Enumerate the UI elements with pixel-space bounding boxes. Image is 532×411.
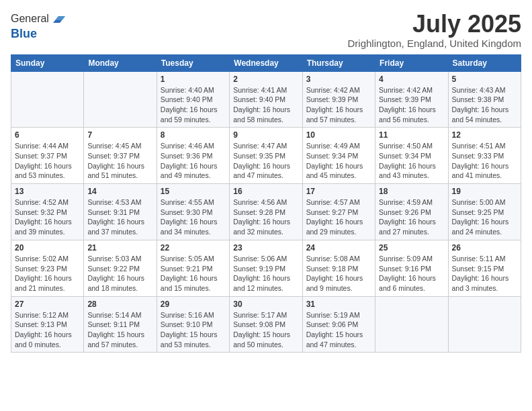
calendar-cell: 10Sunrise: 4:49 AM Sunset: 9:34 PM Dayli… [302, 128, 375, 184]
day-info: Sunrise: 4:42 AM Sunset: 9:39 PM Dayligh… [306, 85, 371, 125]
day-number: 1 [161, 75, 226, 84]
header: General Blue July 2025 Drighlington, Eng… [11, 11, 521, 49]
calendar-cell: 27Sunrise: 5:12 AM Sunset: 9:13 PM Dayli… [11, 296, 84, 353]
day-info: Sunrise: 5:00 AM Sunset: 9:25 PM Dayligh… [452, 197, 517, 237]
day-info: Sunrise: 4:49 AM Sunset: 9:34 PM Dayligh… [306, 141, 371, 181]
day-number: 21 [87, 243, 152, 253]
day-info: Sunrise: 4:55 AM Sunset: 9:30 PM Dayligh… [161, 197, 226, 237]
day-info: Sunrise: 4:42 AM Sunset: 9:39 PM Dayligh… [379, 85, 444, 125]
day-number: 9 [233, 130, 298, 140]
day-number: 23 [233, 243, 298, 253]
calendar-table: SundayMondayTuesdayWednesdayThursdayFrid… [11, 54, 521, 353]
calendar-cell [375, 296, 448, 353]
calendar-cell: 20Sunrise: 5:02 AM Sunset: 9:23 PM Dayli… [11, 240, 84, 296]
day-info: Sunrise: 5:14 AM Sunset: 9:11 PM Dayligh… [87, 310, 152, 350]
day-info: Sunrise: 4:41 AM Sunset: 9:40 PM Dayligh… [233, 85, 298, 125]
calendar-cell: 30Sunrise: 5:17 AM Sunset: 9:08 PM Dayli… [230, 296, 302, 353]
calendar-cell: 3Sunrise: 4:42 AM Sunset: 9:39 PM Daylig… [302, 71, 375, 128]
calendar-cell: 7Sunrise: 4:45 AM Sunset: 9:37 PM Daylig… [84, 128, 157, 184]
calendar-cell: 29Sunrise: 5:16 AM Sunset: 9:10 PM Dayli… [157, 296, 229, 353]
week-row-3: 13Sunrise: 4:52 AM Sunset: 9:32 PM Dayli… [11, 184, 521, 240]
calendar-cell: 13Sunrise: 4:52 AM Sunset: 9:32 PM Dayli… [11, 184, 84, 240]
calendar-cell: 28Sunrise: 5:14 AM Sunset: 9:11 PM Dayli… [84, 296, 157, 353]
calendar-cell: 2Sunrise: 4:41 AM Sunset: 9:40 PM Daylig… [230, 71, 302, 128]
calendar-cell: 1Sunrise: 4:40 AM Sunset: 9:40 PM Daylig… [157, 71, 229, 128]
day-number: 10 [306, 130, 371, 140]
calendar-cell: 17Sunrise: 4:57 AM Sunset: 9:27 PM Dayli… [302, 184, 375, 240]
day-number: 2 [233, 75, 298, 84]
day-info: Sunrise: 4:50 AM Sunset: 9:34 PM Dayligh… [379, 141, 444, 181]
day-number: 24 [306, 243, 371, 253]
day-number: 15 [161, 187, 226, 196]
day-number: 12 [452, 130, 517, 140]
day-info: Sunrise: 4:52 AM Sunset: 9:32 PM Dayligh… [15, 197, 80, 237]
week-row-1: 1Sunrise: 4:40 AM Sunset: 9:40 PM Daylig… [11, 71, 521, 128]
calendar-cell: 23Sunrise: 5:06 AM Sunset: 9:19 PM Dayli… [230, 240, 302, 296]
day-info: Sunrise: 4:56 AM Sunset: 9:28 PM Dayligh… [233, 197, 298, 237]
day-header-saturday: Saturday [448, 54, 521, 71]
day-info: Sunrise: 4:45 AM Sunset: 9:37 PM Dayligh… [87, 141, 152, 181]
day-number: 6 [15, 130, 80, 140]
day-info: Sunrise: 4:46 AM Sunset: 9:36 PM Dayligh… [161, 141, 226, 181]
day-number: 28 [87, 300, 152, 309]
day-number: 19 [452, 187, 517, 196]
day-number: 7 [87, 130, 152, 140]
logo-icon [50, 11, 66, 27]
day-info: Sunrise: 5:09 AM Sunset: 9:16 PM Dayligh… [379, 254, 444, 293]
day-number: 18 [379, 187, 444, 196]
location: Drighlington, England, United Kingdom [348, 38, 522, 49]
day-info: Sunrise: 4:59 AM Sunset: 9:26 PM Dayligh… [379, 197, 444, 237]
day-header-thursday: Thursday [302, 54, 375, 71]
day-number: 4 [379, 75, 444, 84]
day-info: Sunrise: 5:08 AM Sunset: 9:18 PM Dayligh… [306, 254, 371, 293]
days-header-row: SundayMondayTuesdayWednesdayThursdayFrid… [11, 54, 521, 71]
day-number: 22 [161, 243, 226, 253]
day-info: Sunrise: 5:06 AM Sunset: 9:19 PM Dayligh… [233, 254, 298, 293]
logo-blue-text: Blue [11, 27, 66, 41]
day-info: Sunrise: 4:40 AM Sunset: 9:40 PM Dayligh… [161, 85, 226, 125]
day-info: Sunrise: 5:19 AM Sunset: 9:06 PM Dayligh… [306, 310, 371, 350]
calendar-cell: 31Sunrise: 5:19 AM Sunset: 9:06 PM Dayli… [302, 296, 375, 353]
day-number: 13 [15, 187, 80, 196]
calendar-cell: 15Sunrise: 4:55 AM Sunset: 9:30 PM Dayli… [157, 184, 229, 240]
day-number: 27 [15, 300, 80, 309]
day-info: Sunrise: 5:02 AM Sunset: 9:23 PM Dayligh… [15, 254, 80, 293]
day-number: 29 [161, 300, 226, 309]
day-header-sunday: Sunday [11, 54, 84, 71]
day-info: Sunrise: 5:12 AM Sunset: 9:13 PM Dayligh… [15, 310, 80, 350]
month-title: July 2025 [348, 11, 522, 38]
day-info: Sunrise: 4:57 AM Sunset: 9:27 PM Dayligh… [306, 197, 371, 237]
day-info: Sunrise: 4:51 AM Sunset: 9:33 PM Dayligh… [452, 141, 517, 181]
title-area: July 2025 Drighlington, England, United … [348, 11, 522, 49]
calendar-cell: 5Sunrise: 4:43 AM Sunset: 9:38 PM Daylig… [448, 71, 521, 128]
day-number: 26 [452, 243, 517, 253]
calendar-cell: 19Sunrise: 5:00 AM Sunset: 9:25 PM Dayli… [448, 184, 521, 240]
week-row-5: 27Sunrise: 5:12 AM Sunset: 9:13 PM Dayli… [11, 296, 521, 353]
calendar-cell: 9Sunrise: 4:47 AM Sunset: 9:35 PM Daylig… [230, 128, 302, 184]
calendar-cell: 21Sunrise: 5:03 AM Sunset: 9:22 PM Dayli… [84, 240, 157, 296]
day-number: 30 [233, 300, 298, 309]
day-number: 5 [452, 75, 517, 84]
calendar-cell: 6Sunrise: 4:44 AM Sunset: 9:37 PM Daylig… [11, 128, 84, 184]
calendar-cell: 22Sunrise: 5:05 AM Sunset: 9:21 PM Dayli… [157, 240, 229, 296]
week-row-2: 6Sunrise: 4:44 AM Sunset: 9:37 PM Daylig… [11, 128, 521, 184]
calendar-cell: 24Sunrise: 5:08 AM Sunset: 9:18 PM Dayli… [302, 240, 375, 296]
day-info: Sunrise: 5:03 AM Sunset: 9:22 PM Dayligh… [87, 254, 152, 293]
day-info: Sunrise: 4:43 AM Sunset: 9:38 PM Dayligh… [452, 85, 517, 125]
day-number: 25 [379, 243, 444, 253]
calendar-cell [11, 71, 84, 128]
day-info: Sunrise: 4:53 AM Sunset: 9:31 PM Dayligh… [87, 197, 152, 237]
day-info: Sunrise: 5:11 AM Sunset: 9:15 PM Dayligh… [452, 254, 517, 293]
week-row-4: 20Sunrise: 5:02 AM Sunset: 9:23 PM Dayli… [11, 240, 521, 296]
calendar-cell: 18Sunrise: 4:59 AM Sunset: 9:26 PM Dayli… [375, 184, 448, 240]
svg-marker-1 [56, 16, 65, 20]
logo: General Blue [11, 11, 66, 41]
day-info: Sunrise: 4:47 AM Sunset: 9:35 PM Dayligh… [233, 141, 298, 181]
day-number: 3 [306, 75, 371, 84]
day-header-friday: Friday [375, 54, 448, 71]
calendar-cell: 12Sunrise: 4:51 AM Sunset: 9:33 PM Dayli… [448, 128, 521, 184]
calendar-cell: 26Sunrise: 5:11 AM Sunset: 9:15 PM Dayli… [448, 240, 521, 296]
day-number: 11 [379, 130, 444, 140]
day-header-monday: Monday [84, 54, 157, 71]
day-number: 14 [87, 187, 152, 196]
